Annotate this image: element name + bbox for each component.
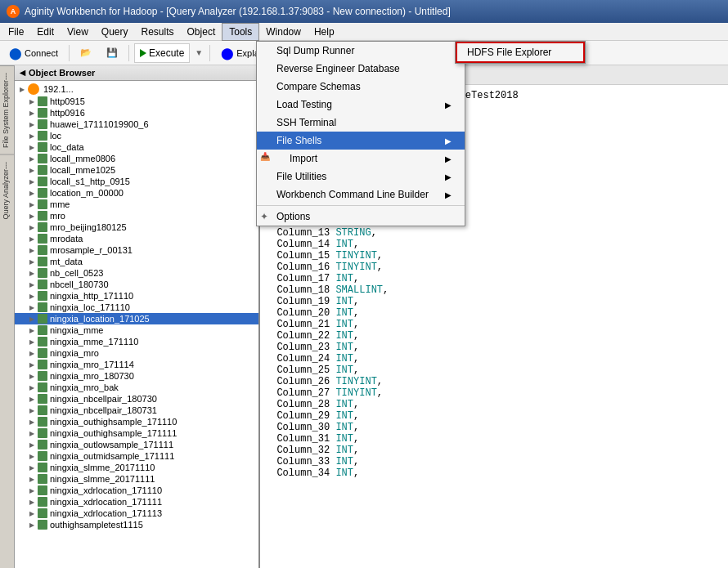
menu-query[interactable]: Query xyxy=(95,23,135,41)
tree-item[interactable]: ▶ningxia_mro_180730 xyxy=(15,370,258,382)
dropdown-compare-schemas[interactable]: Compare Schemas xyxy=(257,78,465,96)
sql-line-col15: Column_15 TINYINT, xyxy=(265,250,723,262)
tree-item[interactable]: ▶ningxia_mro xyxy=(15,347,258,359)
menu-view[interactable]: View xyxy=(61,23,95,41)
tree-item-icon xyxy=(38,96,47,106)
menu-help[interactable]: Help xyxy=(308,23,341,41)
sql-line-col16: Column_16 TINYINT, xyxy=(265,262,723,273)
dropdown-workbench-cmd[interactable]: Workbench Command Line Builder ▶ xyxy=(257,186,465,203)
tree-item-icon xyxy=(38,222,47,232)
tree-item[interactable]: ▶mro xyxy=(15,210,258,221)
sql-line-col28: Column_28 INT, xyxy=(265,399,723,410)
sql-line-col22: Column_22 INT, xyxy=(265,330,723,342)
tree-item[interactable]: ▶http0916 xyxy=(15,107,258,119)
menu-window[interactable]: Window xyxy=(259,23,308,41)
import-arrow: ▶ xyxy=(445,154,452,163)
dropdown-ssh-terminal[interactable]: SSH Terminal xyxy=(257,114,465,132)
tree-item[interactable]: ▶huawei_17111019900_6 xyxy=(15,119,258,130)
menu-results[interactable]: Results xyxy=(135,23,181,41)
tree-item[interactable]: ▶ningxia_outmidsample_171111 xyxy=(15,450,258,462)
tree-item-arrow: ▶ xyxy=(28,212,36,220)
tree-item[interactable]: ▶locall_mme0806 xyxy=(15,153,258,164)
sql-line-col19: Column_19 INT, xyxy=(265,296,723,307)
tree-item[interactable]: ▶ningxia_mme_171110 xyxy=(15,336,258,347)
tree-item-icon xyxy=(38,474,47,484)
tree-item[interactable]: ▶loc_data xyxy=(15,141,258,153)
tree-item-label: ningxia_mro_bak xyxy=(50,382,119,392)
menu-edit[interactable]: Edit xyxy=(30,23,61,41)
tree-item[interactable]: ▶ningxia_outhighsample_171110 xyxy=(15,416,258,427)
tree-item-icon xyxy=(38,257,47,266)
dropdown-import[interactable]: 📥 Import ▶ xyxy=(257,150,465,168)
tree-item-label: ningxia_outlowsample_171111 xyxy=(50,440,173,449)
toolbar-separator-3 xyxy=(209,45,210,61)
dropdown-reverse-engineer[interactable]: Reverse Engineer Database xyxy=(257,60,465,78)
dropdown-options[interactable]: ✦ Options xyxy=(257,208,465,226)
tree-item-icon xyxy=(38,337,47,347)
tree-item[interactable]: ▶mrodata xyxy=(15,233,258,244)
toolbar-separator-2 xyxy=(128,45,129,61)
tree-item-icon xyxy=(38,394,47,404)
tree-item[interactable]: ▶nbcell_180730 xyxy=(15,279,258,290)
tree-item-label: mro xyxy=(50,211,65,221)
tree-item[interactable]: ▶locall_mme1025 xyxy=(15,164,258,176)
tree-item[interactable]: ▶http0915 xyxy=(15,96,258,107)
tree-item[interactable]: ▶mme xyxy=(15,199,258,210)
tree-item-arrow: ▶ xyxy=(28,246,36,254)
tree-item[interactable]: ▶ningxia_nbcellpair_180731 xyxy=(15,405,258,416)
tree-item[interactable]: ▶ningxia_loc_171110 xyxy=(15,302,258,313)
tree-item[interactable]: ▶ningxia_mro_171114 xyxy=(15,359,258,370)
tree-connection[interactable]: ▶ 192.1... xyxy=(15,83,258,96)
tree-item[interactable]: ▶locall_s1_http_0915 xyxy=(15,176,258,187)
tree-item-label: locall_mme1025 xyxy=(50,165,115,175)
tree-item[interactable]: ▶outhighsampletest1115 xyxy=(15,519,258,530)
hdfs-file-explorer-item[interactable]: HDFS File Explorer xyxy=(456,42,585,63)
tree-item-icon xyxy=(38,440,47,449)
tree-item[interactable]: ▶ningxia_http_171110 xyxy=(15,290,258,302)
open-button[interactable]: 📂 xyxy=(74,43,97,63)
tree-item-icon xyxy=(38,177,47,186)
tree-item[interactable]: ▶ningxia_xdrlocation_171113 xyxy=(15,508,258,519)
tree-item[interactable]: ▶mrosample_r_00131 xyxy=(15,244,258,256)
tree-item-arrow: ▶ xyxy=(28,475,36,483)
tree-item[interactable]: ▶mro_beijing180125 xyxy=(15,221,258,233)
file-utilities-arrow: ▶ xyxy=(445,172,452,181)
connect-button[interactable]: ⬤ Connect xyxy=(3,43,64,63)
tree-item[interactable]: ▶ningxia_slmme_20171110 xyxy=(15,462,258,473)
file-shells-label: File Shells xyxy=(276,135,321,146)
dropdown-file-utilities[interactable]: File Utilities ▶ xyxy=(257,168,465,186)
side-tab-query-analyzer[interactable]: Query Analyzer--- xyxy=(0,154,14,226)
tree-item-icon xyxy=(38,508,47,518)
tree-item[interactable]: ▶ningxia_xdrlocation_171110 xyxy=(15,485,258,496)
tree-item-icon xyxy=(38,108,47,118)
menu-object[interactable]: Object xyxy=(181,23,222,41)
menu-bar: File Edit View Query Results Object Tool… xyxy=(0,23,728,41)
tree-item[interactable]: ▶ningxia_mro_bak xyxy=(15,382,258,393)
execute-button[interactable]: Execute xyxy=(134,43,190,63)
dropdown-load-testing[interactable]: Load Testing ▶ xyxy=(257,96,465,114)
tree-item[interactable]: ▶ningxia_mme xyxy=(15,324,258,336)
tree-item-label: ningxia_mme xyxy=(50,325,103,335)
menu-file[interactable]: File xyxy=(2,23,30,41)
tree-item[interactable]: ▶ningxia_outlowsample_171111 xyxy=(15,439,258,450)
tree-item-arrow: ▶ xyxy=(28,521,36,529)
dropdown-sql-dump-runner[interactable]: Sql Dump Runner xyxy=(257,42,465,60)
tree-item[interactable]: ▶mt_data xyxy=(15,256,258,267)
save-button[interactable]: 💾 xyxy=(101,43,124,63)
dropdown-file-shells[interactable]: File Shells ▶ xyxy=(257,132,465,150)
tree-item[interactable]: ▶ningxia_xdrlocation_171111 xyxy=(15,496,258,508)
tree-item[interactable]: ▶loc xyxy=(15,130,258,141)
tree-item[interactable]: ▶ningxia_slmme_20171111 xyxy=(15,473,258,485)
tree-item[interactable]: ▶nb_cell_0523 xyxy=(15,267,258,279)
menu-tools[interactable]: Tools xyxy=(222,23,259,41)
options-label: Options xyxy=(276,211,310,222)
tree-item-arrow: ▶ xyxy=(28,303,36,311)
tree-item[interactable]: ▶location_m_00000 xyxy=(15,187,258,199)
tree-item[interactable]: ▶ningxia_outhighsample_171111 xyxy=(15,427,258,439)
tree-item[interactable]: ▶ningxia_location_171025 xyxy=(15,313,258,324)
side-tab-file-system[interactable]: File System Explorer--- xyxy=(0,65,14,154)
tree-item[interactable]: ▶ningxia_nbcellpair_180730 xyxy=(15,393,258,405)
tree-arrow-connection: ▶ xyxy=(18,85,26,93)
tree-item-icon xyxy=(38,291,47,301)
tree-item-icon xyxy=(38,360,47,369)
